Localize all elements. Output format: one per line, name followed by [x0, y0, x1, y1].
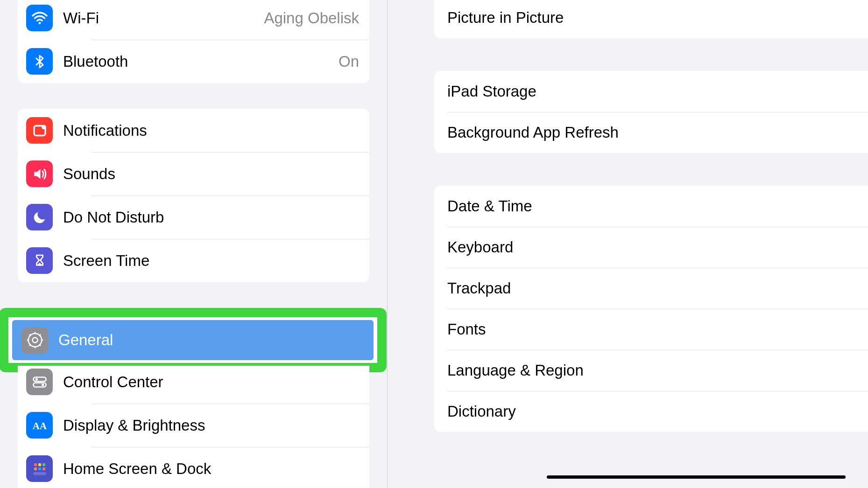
detail-item-label: Picture in Picture [447, 9, 564, 27]
detail-group-airplay: AirPlay & Handoff Picture in Picture [434, 0, 868, 38]
detail-item-label: Fonts [447, 321, 486, 338]
sidebar-item-value: On [339, 53, 359, 70]
wifi-icon [26, 5, 53, 31]
sidebar-item-notifications[interactable]: Notifications [18, 109, 369, 152]
switches-icon [26, 369, 53, 395]
grid-icon [26, 455, 53, 482]
svg-rect-19 [38, 463, 41, 466]
sidebar-item-bluetooth[interactable]: Bluetooth On [18, 40, 369, 83]
sidebar-item-control-center[interactable]: Control Center [18, 366, 369, 404]
sidebar-item-home-screen-dock[interactable]: Home Screen & Dock [18, 447, 369, 488]
sidebar-item-label: Notifications [63, 122, 360, 139]
sidebar-item-label: Sounds [63, 165, 360, 183]
detail-group-input: Date & Time Keyboard Trackpad Fonts Lang… [434, 186, 868, 432]
sidebar-item-label: Display & Brightness [63, 417, 360, 434]
svg-point-16 [42, 383, 44, 386]
sidebar-item-label: Home Screen & Dock [63, 460, 360, 478]
aa-icon: AA [26, 412, 53, 439]
detail-pane: AirPlay & Handoff Picture in Picture iPa… [388, 0, 868, 488]
detail-item-ipad-storage[interactable]: iPad Storage [434, 71, 868, 112]
svg-rect-24 [33, 472, 46, 475]
svg-rect-23 [42, 467, 45, 470]
sidebar-item-wifi[interactable]: Wi-Fi Aging Obelisk [18, 0, 369, 40]
detail-item-label: Trackpad [447, 279, 511, 297]
highlight-box: General [0, 308, 387, 372]
settings-sidebar: Wi-Fi Aging Obelisk Bluetooth On Notific… [0, 0, 388, 488]
svg-text:AA: AA [32, 420, 47, 431]
detail-item-fonts[interactable]: Fonts [434, 309, 868, 350]
detail-item-trackpad[interactable]: Trackpad [434, 268, 868, 309]
sidebar-group-system: Control Center AA Display & Brightness H… [18, 366, 369, 488]
detail-item-language-region[interactable]: Language & Region [434, 350, 868, 391]
sidebar-item-general[interactable]: General [12, 320, 374, 360]
detail-item-dictionary[interactable]: Dictionary [434, 391, 868, 432]
svg-point-4 [32, 337, 37, 342]
gear-icon [21, 327, 48, 354]
sounds-icon [26, 160, 53, 187]
detail-item-keyboard[interactable]: Keyboard [434, 227, 868, 268]
sidebar-item-label: Bluetooth [63, 53, 339, 70]
sidebar-item-value: Aging Obelisk [264, 9, 359, 27]
svg-rect-18 [34, 463, 37, 466]
sidebar-item-label: Wi-Fi [63, 9, 264, 27]
svg-point-0 [38, 22, 41, 24]
svg-rect-20 [42, 463, 45, 466]
sidebar-item-label: Control Center [63, 373, 360, 391]
svg-point-14 [35, 378, 37, 380]
sidebar-item-display-brightness[interactable]: AA Display & Brightness [18, 404, 369, 447]
moon-icon [26, 204, 53, 230]
svg-point-2 [42, 125, 46, 129]
detail-item-label: Date & Time [447, 197, 532, 215]
detail-item-label: Dictionary [447, 403, 516, 420]
notifications-icon [26, 117, 53, 144]
hourglass-icon [26, 247, 53, 274]
sidebar-item-sounds[interactable]: Sounds [18, 152, 369, 195]
detail-item-picture-in-picture[interactable]: Picture in Picture [434, 0, 868, 38]
sidebar-item-label: Do Not Disturb [63, 209, 360, 226]
detail-item-label: Language & Region [447, 362, 584, 379]
sidebar-item-screen-time[interactable]: Screen Time [18, 239, 369, 282]
bluetooth-icon [26, 48, 53, 75]
detail-item-label: Keyboard [447, 238, 513, 256]
sidebar-item-label: General [58, 331, 364, 349]
detail-item-label: Background App Refresh [447, 124, 619, 141]
sidebar-item-do-not-disturb[interactable]: Do Not Disturb [18, 195, 369, 239]
detail-item-date-time[interactable]: Date & Time [434, 186, 868, 227]
sidebar-item-label: Screen Time [63, 252, 360, 270]
detail-item-label: iPad Storage [447, 83, 536, 100]
detail-group-storage: iPad Storage Background App Refresh [434, 71, 868, 153]
home-indicator[interactable] [547, 475, 846, 479]
sidebar-group-network: Wi-Fi Aging Obelisk Bluetooth On [18, 0, 369, 83]
svg-rect-22 [38, 467, 41, 470]
svg-rect-21 [34, 467, 37, 470]
sidebar-group-notifications: Notifications Sounds Do Not Disturb Scre… [18, 109, 369, 282]
detail-item-background-app-refresh[interactable]: Background App Refresh [434, 112, 868, 153]
